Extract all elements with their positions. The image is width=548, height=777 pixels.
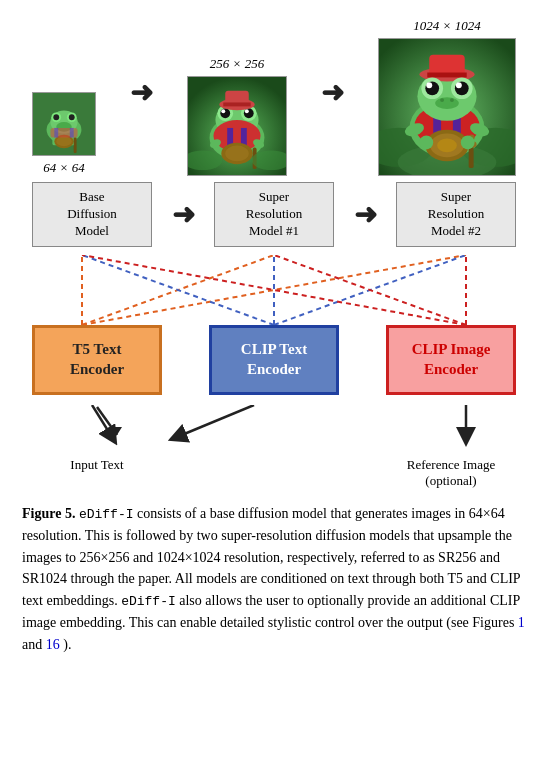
svg-point-68: [419, 136, 433, 150]
small-image-group: 64 × 64: [32, 92, 96, 176]
code-ediff-2: eDiff-I: [121, 594, 176, 609]
svg-marker-80: [110, 427, 122, 435]
svg-point-24: [221, 109, 225, 113]
input-text-label: Input Text: [32, 457, 162, 489]
t5-encoder-box: T5 Text Encoder: [32, 325, 162, 395]
input-labels-row: Input Text Reference Image (optional): [22, 457, 526, 489]
svg-point-57: [435, 97, 459, 109]
models-row: Base Diffusion Model ➜ Super Resolution …: [22, 182, 526, 247]
figure-link-16[interactable]: 16: [46, 637, 60, 652]
figure-label: Figure 5.: [22, 506, 75, 521]
small-image-label: 64 × 64: [43, 160, 84, 176]
caption-text-3: and: [22, 637, 46, 652]
clip-text-encoder-box: CLIP Text Encoder: [209, 325, 339, 395]
svg-line-81: [92, 405, 112, 437]
base-diffusion-model: Base Diffusion Model: [32, 182, 152, 247]
sr1-model: Super Resolution Model #1: [214, 182, 334, 247]
arrow-small-to-med: ➜: [130, 76, 153, 109]
svg-line-82: [177, 405, 254, 437]
svg-rect-50: [427, 73, 466, 78]
medium-image-group: 256 × 256: [187, 56, 287, 176]
svg-point-6: [69, 114, 75, 120]
svg-rect-38: [223, 102, 250, 106]
encoders-row: T5 Text Encoder CLIP Text Encoder CLIP I…: [22, 325, 526, 395]
small-frog-image: [32, 92, 96, 156]
svg-point-55: [426, 82, 432, 88]
svg-point-56: [456, 82, 462, 88]
diagram-container: 64 × 64 ➜ 256 × 256: [22, 18, 526, 489]
reference-image-label: Reference Image (optional): [386, 457, 516, 489]
svg-point-30: [225, 146, 249, 162]
images-row: 64 × 64 ➜ 256 × 256: [22, 18, 526, 176]
figure-caption: Figure 5. eDiff-I consists of a base dif…: [22, 503, 526, 656]
medium-image-label: 256 × 256: [210, 56, 264, 72]
large-image-label: 1024 × 1024: [413, 18, 480, 34]
svg-point-23: [244, 108, 254, 118]
svg-point-5: [53, 114, 59, 120]
svg-point-12: [56, 137, 72, 147]
arrow-med-to-large: ➜: [321, 76, 344, 109]
sr2-model: Super Resolution Model #2: [396, 182, 516, 247]
caption-text-4: ).: [63, 637, 71, 652]
encoder-arrows-svg: [22, 405, 526, 457]
svg-point-25: [245, 109, 249, 113]
svg-rect-15: [70, 128, 74, 138]
svg-rect-11: [74, 138, 77, 154]
clip-image-encoder-box: CLIP Image Encoder: [386, 325, 516, 395]
large-frog-image: [378, 38, 516, 176]
medium-frog-image: [187, 76, 287, 176]
svg-point-62: [437, 139, 457, 153]
svg-point-22: [220, 108, 230, 118]
svg-point-69: [461, 136, 475, 150]
svg-point-58: [440, 98, 444, 102]
large-image-group: 1024 × 1024: [378, 18, 516, 176]
connection-lines-svg: [22, 255, 526, 325]
figure-link-1[interactable]: 1: [518, 615, 525, 630]
code-ediff-1: eDiff-I: [79, 507, 134, 522]
arrow-base-to-sr1: ➜: [172, 198, 195, 231]
arrow-sr1-to-sr2: ➜: [354, 198, 377, 231]
svg-point-59: [450, 98, 454, 102]
svg-rect-14: [54, 128, 58, 138]
